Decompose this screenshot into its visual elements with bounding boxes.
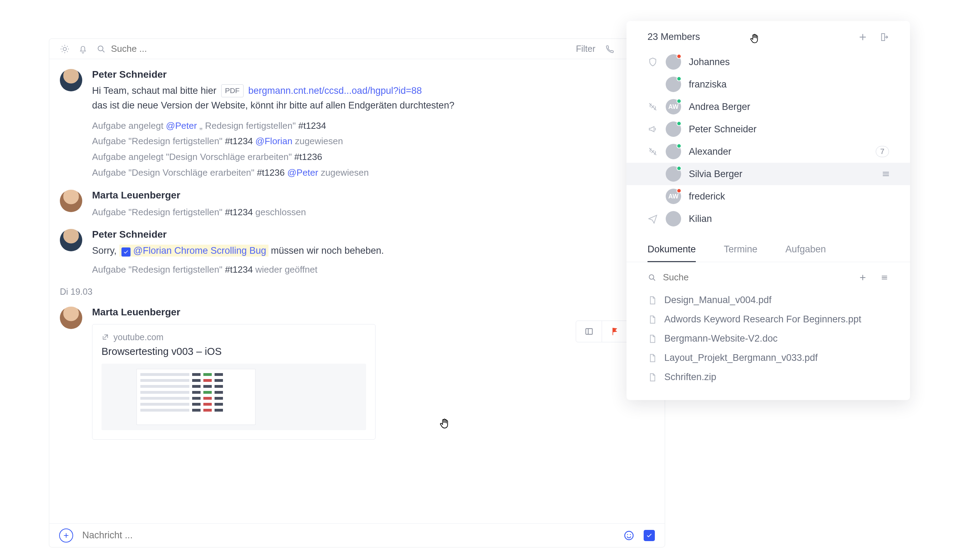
mention[interactable]: @Florian bbox=[255, 136, 293, 146]
member-row[interactable]: Peter Schneider bbox=[627, 118, 910, 140]
member-name: Johannes bbox=[689, 57, 889, 68]
member-menu-button[interactable] bbox=[881, 169, 891, 179]
member-row[interactable]: franziska bbox=[627, 73, 910, 95]
member-row[interactable]: Alexander7 bbox=[627, 140, 910, 163]
task-highlight[interactable]: @Florian Chrome Scrolling Bug bbox=[119, 245, 268, 257]
doc-item[interactable]: Layout_Projekt_Bergmann_v033.pdf bbox=[648, 348, 889, 368]
avatar bbox=[666, 166, 681, 182]
task-tag[interactable]: #t1234 bbox=[225, 136, 253, 146]
filter-button[interactable]: Filter bbox=[576, 44, 595, 54]
doc-name: Layout_Projekt_Bergmann_v033.pdf bbox=[664, 352, 818, 363]
avatar[interactable] bbox=[60, 190, 82, 212]
activity-line: Aufgabe angelegt "Design Vorschläge erar… bbox=[92, 149, 654, 165]
avatar bbox=[666, 77, 681, 92]
task-tag[interactable]: #t1236 bbox=[257, 167, 285, 178]
doc-name: Adwords Keyword Research For Beginners.p… bbox=[664, 314, 862, 325]
role-icon bbox=[648, 191, 658, 202]
file-icon bbox=[648, 295, 657, 305]
doc-item[interactable]: Bergmann-Website-V2.doc bbox=[648, 329, 889, 348]
member-name: Peter Schneider bbox=[689, 124, 889, 135]
search-field[interactable] bbox=[96, 43, 567, 54]
role-icon bbox=[648, 169, 658, 179]
avatar bbox=[666, 211, 681, 227]
external-link-icon bbox=[102, 333, 109, 341]
gear-icon[interactable] bbox=[60, 44, 70, 54]
avatar[interactable] bbox=[60, 307, 82, 329]
member-name: Kilian bbox=[689, 213, 889, 224]
member-name: Alexander bbox=[689, 146, 868, 157]
send-button[interactable] bbox=[643, 530, 655, 541]
doc-item[interactable]: Schriften.zip bbox=[648, 368, 889, 387]
member-row[interactable]: AWAndrea Berger bbox=[627, 95, 910, 118]
doc-item[interactable]: Adwords Keyword Research For Beginners.p… bbox=[648, 310, 889, 329]
role-icon bbox=[648, 213, 658, 224]
topbar: Filter bbox=[49, 39, 665, 59]
panel-action[interactable] bbox=[576, 321, 602, 342]
member-name: franziska bbox=[689, 79, 889, 90]
task-tag[interactable]: #t1236 bbox=[294, 152, 322, 162]
members-count: 23 Members bbox=[648, 32, 847, 42]
flag-action[interactable] bbox=[602, 321, 628, 342]
role-icon bbox=[648, 124, 658, 134]
file-icon bbox=[648, 334, 657, 344]
doc-menu-button[interactable] bbox=[880, 273, 889, 282]
avatar bbox=[666, 54, 681, 70]
role-icon bbox=[648, 146, 658, 157]
add-button[interactable] bbox=[59, 528, 73, 542]
message-author: Peter Schneider bbox=[92, 69, 654, 80]
task-tag[interactable]: #t1234 bbox=[225, 264, 253, 275]
search-icon bbox=[96, 44, 106, 54]
mention[interactable]: @Peter bbox=[287, 167, 318, 178]
activity-line: Aufgabe angelegt @Peter „ Redesign ferti… bbox=[92, 118, 654, 134]
pdf-chip[interactable]: PDF bbox=[221, 84, 243, 97]
member-name: Silvia Berger bbox=[689, 169, 873, 180]
avatar[interactable] bbox=[60, 69, 82, 92]
search-input[interactable] bbox=[111, 43, 181, 54]
member-name: Andrea Berger bbox=[689, 102, 889, 112]
member-row[interactable]: AWfrederick bbox=[627, 185, 910, 208]
member-row[interactable]: Johannes bbox=[627, 51, 910, 73]
date-separator: Di 19.03 bbox=[60, 287, 654, 297]
docs-list: Design_Manual_v004.pdfAdwords Keyword Re… bbox=[627, 287, 910, 387]
message: Peter Schneider Hi Team, schaut mal bitt… bbox=[60, 69, 654, 181]
doc-item[interactable]: Design_Manual_v004.pdf bbox=[648, 290, 889, 310]
checkbox-icon bbox=[122, 247, 130, 257]
emoji-button[interactable] bbox=[623, 530, 635, 541]
activity-line: Aufgabe "Redesign fertigstellen" #t1234 … bbox=[92, 133, 654, 149]
task-tag[interactable]: #t1234 bbox=[225, 207, 253, 217]
cursor-icon bbox=[748, 33, 760, 45]
leave-button[interactable] bbox=[878, 32, 889, 42]
message: Marta Leuenberger Aufgabe "Redesign fert… bbox=[60, 190, 654, 220]
doc-name: Schriften.zip bbox=[664, 372, 717, 383]
message-link[interactable]: bergmann.cnt.net/ccsd...oad/hgpul?id=88 bbox=[248, 85, 422, 96]
member-row[interactable]: Silvia Berger bbox=[627, 163, 910, 185]
phone-icon[interactable] bbox=[605, 44, 615, 54]
tab-tasks[interactable]: Aufgaben bbox=[785, 238, 826, 262]
doc-search-input[interactable] bbox=[663, 272, 852, 283]
message: Marta Leuenberger youtube.com Browsertes… bbox=[60, 307, 654, 440]
task-tag[interactable]: #t1234 bbox=[298, 120, 326, 131]
avatar bbox=[666, 122, 681, 137]
message-text: Sorry, @Florian Chrome Scrolling Bug müs… bbox=[92, 243, 654, 258]
member-row[interactable]: Kilian bbox=[627, 208, 910, 230]
chat-window: Filter Peter Schneider Hi Team, schaut m… bbox=[49, 38, 665, 547]
mention[interactable]: @Peter bbox=[166, 120, 197, 131]
bell-icon[interactable] bbox=[78, 44, 88, 54]
add-member-button[interactable] bbox=[858, 32, 868, 42]
avatar: AW bbox=[666, 188, 681, 204]
compose-bar bbox=[49, 523, 665, 547]
activity-line: Aufgabe "Redesign fertigstellen" #t1234 … bbox=[92, 204, 654, 220]
activity-line: Aufgabe "Design Vorschläge erarbeiten" #… bbox=[92, 165, 654, 181]
message-author: Marta Leuenberger bbox=[92, 190, 654, 201]
avatar: AW bbox=[666, 99, 681, 115]
tab-documents[interactable]: Dokumente bbox=[648, 238, 696, 262]
avatar[interactable] bbox=[60, 229, 82, 251]
link-preview[interactable]: youtube.com Browsertesting v003 – iOS bbox=[92, 324, 375, 440]
tab-appointments[interactable]: Termine bbox=[724, 238, 757, 262]
doc-name: Bergmann-Website-V2.doc bbox=[664, 333, 778, 344]
panel-header: 23 Members bbox=[627, 32, 910, 51]
file-icon bbox=[648, 372, 657, 382]
add-doc-button[interactable] bbox=[858, 273, 867, 282]
doc-name: Design_Manual_v004.pdf bbox=[664, 295, 772, 305]
compose-input[interactable] bbox=[82, 530, 614, 541]
